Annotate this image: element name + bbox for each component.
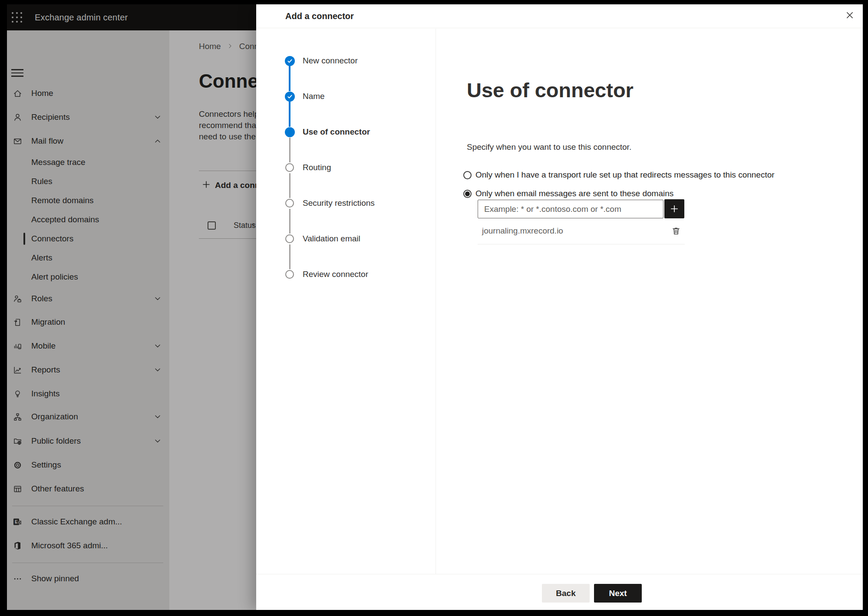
next-button[interactable]: Next [594,584,642,603]
app-viewport: Exchange admin center Home Recipients Ma… [7,4,863,610]
pane-description: Specify when you want to use this connec… [467,142,631,152]
step-check-icon [285,92,295,102]
dialog-title: Add a connector [285,11,354,21]
step-circle-icon [285,199,294,208]
wizard-content-divider [436,29,436,574]
add-domain-button[interactable] [664,199,684,218]
wizard-step-security-restrictions[interactable]: Security restrictions [256,195,430,211]
footer-divider [256,574,863,574]
step-label: Use of connector [303,127,370,137]
add-connector-dialog: Add a connector New connector Name Use o… [256,4,863,610]
step-label: Name [303,92,325,101]
step-label: New connector [303,56,358,66]
step-connector-line [289,244,290,269]
wizard-step-validation-email[interactable]: Validation email [256,231,430,247]
domain-value: journaling.mxrecord.io [482,226,563,236]
step-circle-icon [285,163,294,172]
step-label: Review connector [303,270,368,279]
back-button[interactable]: Back [542,584,590,603]
step-current-icon [285,127,295,137]
step-connector-line [289,102,290,127]
wizard-step-new-connector[interactable]: New connector [256,53,430,69]
step-connector-line [289,138,290,162]
radio-icon[interactable] [463,171,472,179]
step-circle-icon [285,234,294,243]
radio-label: Only when I have a transport rule set up… [475,170,775,180]
wizard-step-routing[interactable]: Routing [256,160,430,175]
radio-selected-icon[interactable] [463,190,472,198]
step-connector-line [289,209,290,234]
close-icon[interactable] [841,7,858,24]
step-connector-line [289,66,290,91]
pane-heading: Use of connector [467,78,634,102]
radio-label: Only when email messages are sent to the… [475,189,673,198]
step-circle-icon [285,270,294,279]
step-label: Routing [303,163,331,172]
radio-option-email-domains[interactable]: Only when email messages are sent to the… [463,186,673,201]
domain-input[interactable] [478,200,663,218]
wizard-step-use-of-connector[interactable]: Use of connector [256,124,430,140]
domain-list-item: journaling.mxrecord.io [478,223,685,239]
wizard-step-review-connector[interactable]: Review connector [256,267,430,282]
wizard-step-name[interactable]: Name [256,89,430,104]
step-label: Validation email [303,234,360,244]
step-label: Security restrictions [303,198,375,208]
step-check-icon [285,56,295,66]
dialog-header: Add a connector [256,4,863,28]
domain-row-divider [478,244,685,244]
radio-option-transport-rule[interactable]: Only when I have a transport rule set up… [463,167,775,183]
step-connector-line [289,173,290,198]
trash-icon[interactable] [671,226,681,236]
